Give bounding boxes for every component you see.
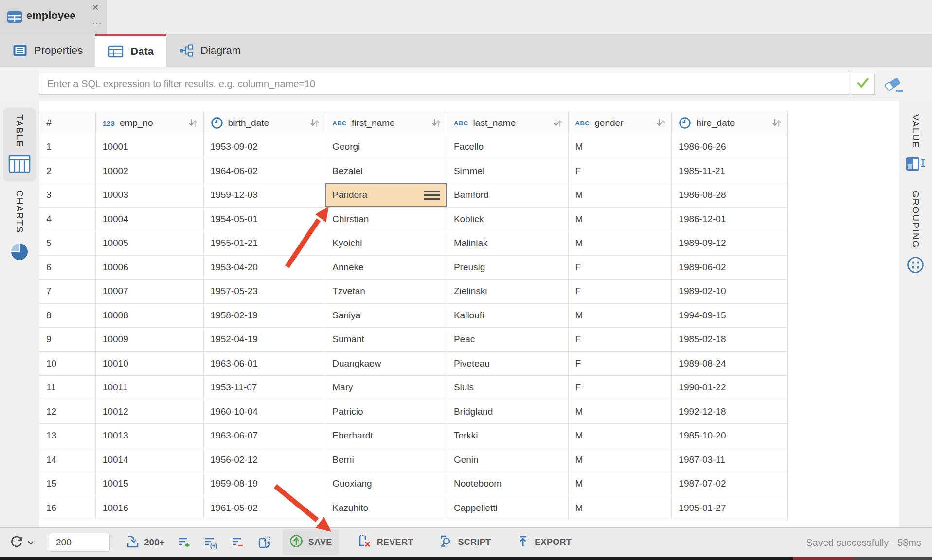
cell-gender[interactable]: F <box>569 328 672 351</box>
column-header-emp-no[interactable]: 123 emp_no <box>96 111 204 135</box>
table-row[interactable]: 16 10016 1961-05-02 Kazuhito Cappelletti… <box>39 496 787 521</box>
table-row[interactable]: 7 10007 1957-05-23 Tzvetan Zielinski F 1… <box>39 280 787 304</box>
cell-gender[interactable]: M <box>569 400 672 424</box>
cell-gender[interactable]: F <box>569 352 672 376</box>
cell-birth-date[interactable]: 1959-12-03 <box>204 183 326 207</box>
cell-last-name[interactable]: Genin <box>447 448 569 472</box>
script-button[interactable]: SCRIPT <box>432 530 498 555</box>
row-number-cell[interactable]: 9 <box>39 328 96 351</box>
cell-gender[interactable]: F <box>569 280 672 303</box>
cell-emp-no[interactable]: 10002 <box>96 159 204 183</box>
panel-tab-table[interactable]: TABLE <box>3 108 36 182</box>
cell-hire-date[interactable]: 1989-02-10 <box>672 280 787 303</box>
table-row[interactable]: 12 10012 1960-10-04 Patricio Bridgland M… <box>39 400 787 424</box>
cell-last-name[interactable]: Facello <box>447 135 569 159</box>
row-number-cell[interactable]: 4 <box>39 208 96 231</box>
cell-first-name[interactable]: Guoxiang <box>325 472 447 496</box>
duplicate-row-button[interactable]: (+) <box>204 536 218 549</box>
cell-gender[interactable]: M <box>569 208 672 231</box>
row-number-cell[interactable]: 5 <box>39 231 96 255</box>
table-row[interactable]: 9 10009 1952-04-19 Sumant Peac F 1985-02… <box>39 328 787 352</box>
cell-emp-no[interactable]: 10015 <box>96 472 204 496</box>
table-row[interactable]: 11 10011 1953-11-07 Mary Sluis F 1990-01… <box>39 376 787 400</box>
sort-icon[interactable] <box>309 118 320 128</box>
cell-birth-date[interactable]: 1953-09-02 <box>204 135 326 159</box>
cell-birth-date[interactable]: 1964-06-02 <box>204 159 326 183</box>
sort-icon[interactable] <box>771 118 782 128</box>
cell-menu-icon[interactable] <box>424 191 440 200</box>
fetch-next-page-button[interactable]: 200+ <box>125 534 165 551</box>
cell-gender[interactable]: M <box>569 448 672 472</box>
cell-birth-date[interactable]: 1963-06-07 <box>204 424 326 448</box>
cell-gender[interactable]: F <box>569 159 672 183</box>
cell-hire-date[interactable]: 1987-03-11 <box>672 448 787 472</box>
cell-last-name[interactable]: Sluis <box>447 376 569 400</box>
cell-first-name[interactable]: Berni <box>325 448 447 472</box>
row-number-cell[interactable]: 12 <box>39 400 96 424</box>
cell-first-name[interactable]: Chirstian <box>325 208 447 231</box>
cell-last-name[interactable]: Zielinski <box>447 280 569 303</box>
cell-hire-date[interactable]: 1989-09-12 <box>672 231 787 255</box>
panel-tab-value[interactable]: VALUE <box>905 114 926 175</box>
table-row[interactable]: 2 10002 1964-06-02 Bezalel Simmel F 1985… <box>39 159 787 184</box>
table-row[interactable]: 4 10004 1954-05-01 Chirstian Koblick M 1… <box>39 208 787 232</box>
cell-hire-date[interactable]: 1995-01-27 <box>672 496 787 520</box>
table-row[interactable]: 3 10003 1959-12-03 Pandora Bamford M 198… <box>39 183 787 208</box>
tab-properties[interactable]: Properties <box>0 34 95 67</box>
column-header-gender[interactable]: ABC gender <box>569 111 672 135</box>
cell-gender[interactable]: M <box>569 135 672 159</box>
cell-first-name[interactable]: Pandora <box>325 183 447 207</box>
cell-emp-no[interactable]: 10007 <box>96 280 204 303</box>
cell-birth-date[interactable]: 1956-02-12 <box>204 448 326 472</box>
row-number-cell[interactable]: 7 <box>39 280 96 303</box>
cell-hire-date[interactable]: 1990-01-22 <box>672 376 787 400</box>
row-number-cell[interactable]: 1 <box>39 135 96 159</box>
cell-gender[interactable]: M <box>569 424 672 448</box>
cell-first-name[interactable]: Mary <box>325 376 447 400</box>
cell-last-name[interactable]: Bridgland <box>447 400 569 424</box>
add-row-button[interactable] <box>178 536 191 549</box>
row-number-cell[interactable]: 14 <box>39 448 96 472</box>
cell-emp-no[interactable]: 10005 <box>96 231 204 255</box>
row-number-cell[interactable]: 2 <box>39 159 96 183</box>
panel-tab-charts[interactable]: CHARTS <box>3 190 36 264</box>
column-header-hire-date[interactable]: hire_date <box>672 111 787 135</box>
revert-button[interactable]: REVERT <box>351 530 420 555</box>
cell-first-name[interactable]: Georgi <box>325 135 447 159</box>
cell-hire-date[interactable]: 1989-08-24 <box>672 352 787 376</box>
cell-birth-date[interactable]: 1953-04-20 <box>204 256 326 280</box>
cell-birth-date[interactable]: 1960-10-04 <box>204 400 326 424</box>
cell-birth-date[interactable]: 1954-05-01 <box>204 208 326 231</box>
fetch-size-input[interactable] <box>49 533 110 552</box>
cell-first-name[interactable]: Sumant <box>325 328 447 351</box>
cell-hire-date[interactable]: 1987-07-02 <box>672 472 787 496</box>
cell-first-name[interactable]: Saniya <box>325 304 447 328</box>
sort-icon[interactable] <box>553 118 563 128</box>
cell-hire-date[interactable]: 1994-09-15 <box>672 304 787 328</box>
sort-icon[interactable] <box>431 118 442 128</box>
cell-first-name[interactable]: Eberhardt <box>325 424 447 448</box>
cell-emp-no[interactable]: 10012 <box>96 400 204 424</box>
table-row[interactable]: 13 10013 1963-06-07 Eberhardt Terkki M 1… <box>39 424 787 448</box>
cell-last-name[interactable]: Terkki <box>447 424 569 448</box>
row-number-cell[interactable]: 15 <box>39 472 96 496</box>
cell-gender[interactable]: M <box>569 183 672 207</box>
cell-hire-date[interactable]: 1986-12-01 <box>672 208 787 231</box>
cell-last-name[interactable]: Kalloufi <box>447 304 569 328</box>
refresh-button[interactable] <box>9 533 34 552</box>
cell-first-name[interactable]: Anneke <box>325 256 447 280</box>
cell-first-name[interactable]: Kazuhito <box>325 496 447 520</box>
cell-last-name[interactable]: Bamford <box>447 183 569 207</box>
cell-gender[interactable]: F <box>569 256 672 280</box>
sort-icon[interactable] <box>188 118 198 128</box>
table-row[interactable]: 14 10014 1956-02-12 Berni Genin M 1987-0… <box>39 448 787 472</box>
sync-record-button[interactable] <box>257 536 272 549</box>
table-row[interactable]: 8 10008 1958-02-19 Saniya Kalloufi M 199… <box>39 304 787 328</box>
cell-hire-date[interactable]: 1985-11-21 <box>672 159 787 183</box>
cell-emp-no[interactable]: 10009 <box>96 328 204 351</box>
sort-icon[interactable] <box>656 118 666 128</box>
editor-tab-employee[interactable]: employee × ⋯ <box>0 0 107 34</box>
cell-birth-date[interactable]: 1961-05-02 <box>204 496 326 520</box>
cell-birth-date[interactable]: 1957-05-23 <box>204 280 326 303</box>
cell-last-name[interactable]: Preusig <box>447 256 569 280</box>
